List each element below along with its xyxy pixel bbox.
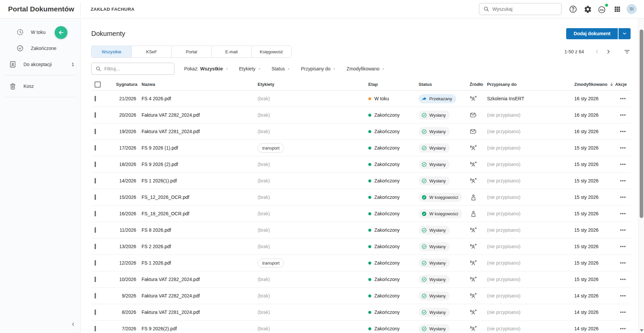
document-name-cell[interactable]: FS_12_2026_OCR.pdf [136, 195, 252, 200]
label-chip[interactable]: transport [258, 144, 284, 153]
document-name-cell[interactable]: FS 4 2026.pdf [136, 96, 252, 101]
row-actions-button[interactable] [610, 328, 631, 329]
column-header-nazwa[interactable]: Nazwa [136, 82, 252, 87]
table-row[interactable]: 11/2026FS 8 2026.pdf(brak)ZakończonyWysł… [91, 222, 631, 238]
next-page-button[interactable] [603, 46, 614, 57]
row-actions-button[interactable] [610, 147, 631, 149]
row-checkbox[interactable] [95, 195, 96, 200]
table-row[interactable]: 14/2026FS 1 2026(1).pdf(brak)ZakończonyW… [91, 173, 631, 189]
document-name-cell[interactable]: FS 1 2026(1).pdf [136, 178, 252, 183]
table-row[interactable]: 19/2026Faktura VAT 2281_2024.pdf(brak)Za… [91, 123, 631, 140]
row-checkbox[interactable] [95, 112, 96, 118]
filter-input[interactable] [104, 66, 170, 71]
tab-księgowość[interactable]: Księgowość [251, 46, 291, 57]
table-row[interactable]: 17/2026FS 9 2026 (1).pdftransportZakończ… [91, 140, 631, 156]
document-name-cell[interactable]: FS 8 2026.pdf [136, 227, 252, 233]
document-name-cell[interactable]: FS 9 2026 (2).pdf [136, 162, 252, 167]
column-header-źródło[interactable]: Źródło [464, 82, 482, 87]
row-checkbox[interactable] [95, 162, 96, 167]
table-row[interactable]: 13/2026FS 2 2026.pdf(brak)ZakończonyWysł… [91, 238, 631, 255]
table-row[interactable]: 20/2026Faktura VAT 2282_2024.pdf(brak)Za… [91, 107, 631, 123]
global-search[interactable] [479, 3, 561, 15]
filter-list-icon[interactable] [624, 48, 631, 55]
column-header-sygnatura[interactable]: Sygnatura [111, 82, 136, 87]
dropdown-etykiety[interactable]: Etykiety [239, 66, 262, 71]
document-name-cell[interactable]: FS 9 2026 (1).pdf [136, 145, 252, 151]
settings-button[interactable] [580, 2, 595, 16]
sidebar-item-w-toku[interactable]: W toku [0, 24, 80, 40]
document-name-cell[interactable]: Faktura VAT 2281_2024.pdf [136, 129, 252, 134]
table-row[interactable]: 18/2026FS 9 2026 (2).pdf(brak)Zakończony… [91, 156, 631, 173]
help-button[interactable] [566, 2, 580, 16]
previous-page-button[interactable] [591, 46, 603, 57]
tab-e-mail[interactable]: E-mail [211, 46, 251, 57]
document-name-cell[interactable]: Faktura VAT 2282_2024.pdf [136, 293, 252, 298]
show-dropdown[interactable]: Pokaż: Wszystkie [184, 66, 229, 71]
row-checkbox[interactable] [95, 277, 96, 282]
vertical-scrollbar[interactable] [638, 18, 644, 333]
column-header-zmodyfikowano[interactable]: Zmodyfikowano [569, 82, 610, 87]
scrollbar-thumb[interactable] [640, 30, 643, 218]
row-actions-button[interactable] [610, 246, 631, 247]
row-checkbox[interactable] [95, 227, 96, 233]
document-name-cell[interactable]: FS 1 2026.pdf [136, 260, 252, 266]
column-header-etap[interactable]: Etap [363, 82, 413, 87]
document-name-cell[interactable]: Faktura VAT 2281_2024.pdf [136, 310, 252, 315]
dropdown-zmodyfikowano[interactable]: Zmodyfikowano [346, 66, 385, 71]
document-name-cell[interactable]: FS_18_2026_OCR.pdf [136, 211, 252, 216]
sidebar-item-do-akceptacji[interactable]: Do akceptacji 1 [0, 56, 80, 72]
table-row[interactable]: 15/2026FS_12_2026_OCR.pdf(brak)Zakończon… [91, 189, 631, 206]
table-row[interactable]: 21/2026FS 4 2026.pdf(brak)W tokuPrzekaza… [91, 91, 631, 107]
row-actions-button[interactable] [610, 279, 631, 280]
row-actions-button[interactable] [610, 164, 631, 165]
scrollbar-down-arrow[interactable] [640, 329, 643, 332]
table-row[interactable]: 8/2026Faktura VAT 2281_2024.pdf(brak)Zak… [91, 304, 631, 321]
table-filter[interactable] [91, 63, 174, 75]
row-checkbox[interactable] [95, 326, 96, 331]
row-actions-button[interactable] [610, 180, 631, 181]
row-checkbox[interactable] [95, 211, 96, 216]
apps-grid-button[interactable] [610, 2, 625, 16]
row-checkbox[interactable] [95, 96, 96, 101]
dropdown-status[interactable]: Status [272, 66, 291, 71]
row-actions-button[interactable] [610, 98, 631, 99]
tab-portal[interactable]: Portal [171, 46, 211, 57]
row-actions-button[interactable] [610, 312, 631, 313]
row-checkbox[interactable] [95, 244, 96, 249]
insert-apps-button[interactable]: Ins [595, 2, 610, 16]
search-input[interactable] [492, 6, 557, 12]
table-row[interactable]: 9/2026Faktura VAT 2282_2024.pdf(brak)Zak… [91, 288, 631, 304]
table-row[interactable]: 16/2026FS_18_2026_OCR.pdf(brak)Zakończon… [91, 206, 631, 222]
document-name-cell[interactable]: Faktura VAT 2282_2024.pdf [136, 277, 252, 282]
column-header-status[interactable]: Status [413, 82, 464, 87]
row-checkbox[interactable] [95, 293, 96, 298]
row-checkbox[interactable] [95, 260, 96, 266]
row-checkbox[interactable] [95, 129, 96, 134]
label-chip[interactable]: transport [258, 259, 284, 268]
table-row[interactable]: 7/2026FS 9 2026(2).pdf(brak)ZakończonyWy… [91, 321, 631, 333]
row-checkbox[interactable] [95, 145, 96, 151]
row-actions-button[interactable] [610, 229, 631, 231]
row-actions-button[interactable] [610, 197, 631, 198]
row-actions-button[interactable] [610, 131, 631, 132]
select-all-checkbox[interactable] [95, 81, 101, 88]
table-row[interactable]: 10/2026Faktura VAT 2282_2024.pdf(brak)Za… [91, 271, 631, 288]
user-avatar[interactable]: SI [627, 4, 637, 14]
row-actions-button[interactable] [610, 295, 631, 296]
tab-ksef[interactable]: KSeF [131, 46, 171, 57]
document-name-cell[interactable]: Faktura VAT 2282_2024.pdf [136, 112, 252, 118]
sidebar-item-zakonczone[interactable]: Zakończone [0, 40, 80, 56]
add-document-menu-button[interactable] [618, 28, 631, 39]
document-name-cell[interactable]: FS 9 2026(2).pdf [136, 326, 252, 331]
dropdown-przypisany-do[interactable]: Przypisany do [301, 66, 336, 71]
sidebar-item-kosz[interactable]: Kosz [0, 78, 80, 94]
add-document-button[interactable]: Dodaj dokument [566, 28, 618, 39]
column-header-etykiety[interactable]: Etykiety [252, 82, 363, 87]
row-actions-button[interactable] [610, 262, 631, 264]
row-checkbox[interactable] [95, 178, 96, 183]
row-actions-button[interactable] [610, 213, 631, 214]
row-checkbox[interactable] [95, 310, 96, 315]
table-row[interactable]: 12/2026FS 1 2026.pdftransportZakończonyW… [91, 255, 631, 271]
column-header-akcje[interactable]: Akcje [610, 82, 631, 87]
tab-wszystkie[interactable]: Wszystkie [92, 46, 131, 57]
